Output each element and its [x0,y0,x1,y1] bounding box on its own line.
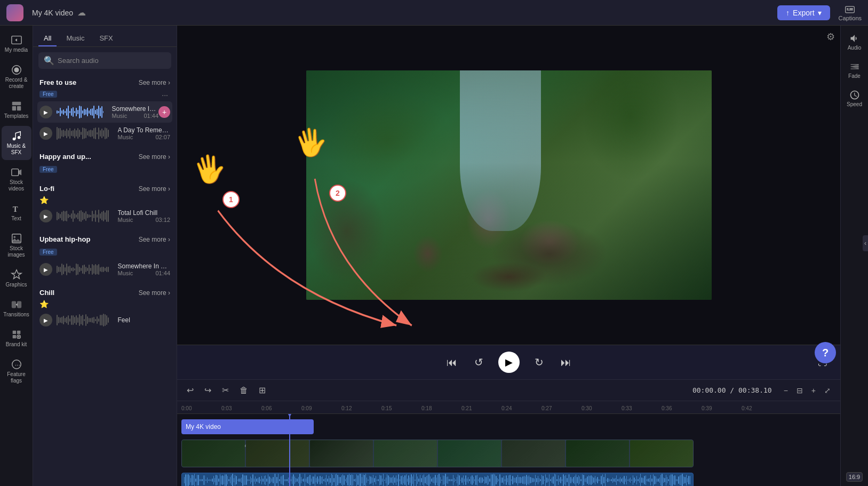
sidebar-item-transitions[interactable]: Transitions [2,294,31,322]
export-button[interactable]: ↑ Export ▾ [777,5,830,20]
track-type-upbeat: Music [118,270,133,276]
track-somewhere-mountains-1[interactable]: ▶ Somewhere In The Mountains Music 01:44… [37,101,172,123]
section-title-upbeat-hiphop: Upbeat hip-hop [39,235,90,243]
thumb-2 [246,440,309,467]
search-input[interactable] [58,57,166,65]
video-track-clip[interactable]: Somewhere In The Mountains 🔊 ✂ [181,440,694,467]
skip-forward-button[interactable]: ⏭ [559,354,574,371]
section-header-chill: Chill See more › [37,284,172,299]
ruler-12: 0:36 [662,405,702,411]
audio-waveform-fill [182,473,693,486]
rewind-5s-button[interactable]: ↺ [472,354,485,371]
add-button-1[interactable]: + [158,106,170,118]
sidebar-item-stock-videos[interactable]: Stock videos [2,162,31,196]
ruler-5: 0:15 [381,405,421,411]
top-bar: My 4K video ☁ ↑ Export ▾ Captions [0,0,868,26]
sidebar-item-templates[interactable]: Templates [2,96,31,124]
forward-5s-button[interactable]: ↻ [532,354,546,371]
see-more-chill[interactable]: See more › [139,289,170,297]
captions-button[interactable]: Captions [839,4,862,21]
help-button[interactable]: ? [815,342,836,363]
timeline-toolbar: ↩ ↪ ✂ 🗑 ⊞ 00:00.00 / 00:38.10 − ⊟ + ⤢ [177,380,840,401]
ruler-2: 0:06 [261,405,301,411]
svg-rect-12 [11,169,18,176]
play-button-chill[interactable]: ▶ [39,314,52,326]
right-panel-speed[interactable]: Speed [842,86,867,110]
zoom-in-button[interactable]: + [808,385,819,396]
tab-all[interactable]: All [38,31,57,46]
right-panel-audio[interactable]: Audio [842,30,867,54]
zoom-out-button[interactable]: − [781,385,791,396]
zoom-controls: − ⊟ + ⤢ [781,385,834,396]
play-button-upbeat[interactable]: ▶ [39,263,52,276]
fade-label: Fade [848,73,861,79]
track-name-1: Somewhere In The Mountains [112,105,159,113]
sidebar-item-my-media[interactable]: My media [2,30,31,58]
track-type-2: Music [118,134,133,140]
see-more-upbeat-hiphop[interactable]: See more › [139,236,170,243]
tab-sfx[interactable]: SFX [94,31,118,46]
zoom-reset-button[interactable]: ⊟ [793,385,806,396]
svg-point-5 [14,67,19,72]
aspect-ratio-button[interactable]: 16:9 [846,472,863,482]
title-clip-label: My 4K video [186,423,221,431]
section-title-lo-fi: Lo-fi [39,185,54,193]
redo-button[interactable]: ↪ [201,383,214,397]
track-type-lo-fi: Music [118,217,133,223]
track-a-day-to-remember[interactable]: ▶ A Day To Remember Music 02:07 [37,123,172,144]
play-pause-button[interactable]: ▶ [498,352,520,373]
sidebar-item-record-create[interactable]: Record &create [2,60,31,94]
settings-icon[interactable]: ⚙ [826,31,835,43]
search-icon: 🔍 [44,55,54,66]
waveform-2 [57,126,109,141]
track-somewhere-mountains-2[interactable]: ▶ Somewhere In The Mountains Music 01:44 [37,259,172,280]
badge-happy-up: Free [39,166,57,173]
play-button-lo-fi[interactable]: ▶ [39,210,52,222]
ruler-9: 0:27 [541,405,582,411]
sidebar-item-stock-images[interactable]: Stock images [2,228,31,262]
svg-rect-9 [17,106,20,110]
export-chevron-icon: ▾ [818,9,822,17]
skip-back-button[interactable]: ⏮ [444,354,459,371]
cut-button[interactable]: ✂ [219,383,232,397]
see-more-free-to-use[interactable]: See more › [139,79,170,86]
svg-rect-18 [12,331,15,334]
sidebar-item-graphics[interactable]: Graphics [2,265,31,292]
ruler-14: 0:42 [742,405,782,411]
zoom-fit-button[interactable]: ⤢ [821,385,834,396]
see-more-happy-up[interactable]: See more › [139,153,170,161]
tab-music[interactable]: Music [61,31,90,46]
sidebar-item-feature-flags[interactable]: ··· Feature flags [2,354,31,388]
app-logo [6,4,23,21]
more-button-free-to-use[interactable]: ··· [160,90,170,100]
see-more-lo-fi[interactable]: See more › [139,185,170,193]
right-panel-fade[interactable]: Fade [842,58,867,82]
track-total-lofi-chill[interactable]: ▶ Total Lofi Chill Music 03:12 [37,205,172,227]
video-track-row: Somewhere In The Mountains 🔊 ✂ [177,437,840,469]
sidebar-item-text[interactable]: T Text [2,198,31,226]
title-clip[interactable]: My 4K video [181,419,314,434]
track-duration-upbeat: 01:44 [155,270,170,276]
track-info-1: Somewhere In The Mountains Music 01:44 [112,105,159,119]
play-button-2[interactable]: ▶ [39,127,52,140]
play-button-1[interactable]: ▶ [39,106,52,118]
svg-rect-3 [849,8,853,10]
audio-track-row [177,471,840,486]
main-layout: My media Record &create Templates Music … [0,26,868,486]
video-frame [306,70,712,300]
sidebar-item-music-sfx[interactable]: Music & SFX [2,126,31,160]
svg-point-11 [17,136,20,139]
video-texture [306,70,712,300]
undo-button[interactable]: ↩ [184,383,197,397]
track-name-2: A Day To Remember [118,126,171,134]
section-happy-up: Happy and up... See more › Free [37,148,172,176]
delete-button[interactable]: 🗑 [236,384,251,397]
audio-track-clip[interactable] [181,473,694,486]
track-feel[interactable]: ▶ Feel [37,309,172,331]
tracks-container: My 4K video Somewhere In The Mountains 🔊… [177,414,840,486]
split-button[interactable]: ⊞ [256,383,269,397]
track-name-upbeat: Somewhere In The Mountains [118,262,171,270]
sidebar-item-brand-kit[interactable]: Brand kit [2,324,31,352]
svg-rect-17 [17,301,21,308]
panel-tabs: All Music SFX [33,26,177,47]
